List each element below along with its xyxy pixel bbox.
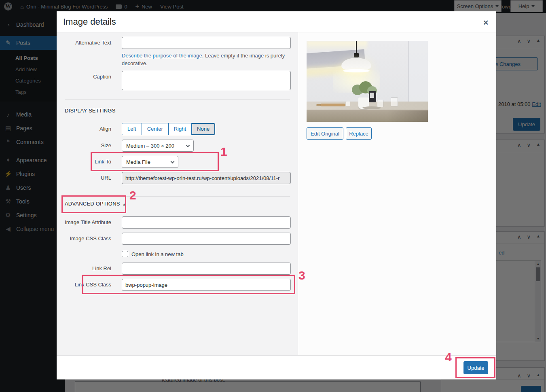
align-button-group: Left Center Right None — [122, 123, 215, 135]
chevron-down-icon — [171, 159, 175, 163]
alt-help-text: Describe the purpose of the image. Leave… — [122, 52, 291, 68]
image-css-class-input[interactable] — [122, 233, 291, 245]
link-to-select[interactable]: Media File — [122, 156, 178, 168]
replace-button[interactable]: Replace — [346, 127, 372, 140]
settings-column: Alternative Text Describe the purpose of… — [57, 32, 298, 355]
display-settings-heading: DISPLAY SETTINGS — [65, 108, 116, 114]
modal-body: Alternative Text Describe the purpose of… — [57, 32, 496, 355]
divider — [65, 99, 290, 100]
link-to-label: Link To — [57, 156, 114, 168]
link-rel-label: Link Rel — [57, 263, 114, 275]
alt-text-label: Alternative Text — [57, 37, 114, 49]
annotation-number-1: 1 — [220, 146, 227, 158]
close-icon[interactable]: ✕ — [480, 17, 491, 28]
image-details-modal: Image details ✕ Alternative Text Describ… — [57, 11, 496, 379]
link-css-class-label: Link CSS Class — [57, 279, 114, 291]
annotation-number-2: 2 — [129, 189, 136, 201]
annotation-number-3: 3 — [298, 269, 305, 282]
size-label: Size — [57, 140, 114, 152]
open-new-tab-checkbox[interactable] — [122, 251, 128, 257]
triangle-up-icon: ▲ — [123, 202, 126, 206]
screen: W ⌂ Orin - Minimal Blog For WordPress 0 … — [0, 0, 546, 392]
link-css-class-input[interactable] — [122, 279, 291, 291]
size-select[interactable]: Medium – 300 × 200 — [122, 140, 194, 152]
caption-textarea[interactable] — [122, 71, 291, 90]
annotation-number-4: 4 — [445, 351, 452, 363]
modal-header: Image details ✕ — [57, 11, 496, 32]
align-none-button[interactable]: None — [191, 123, 215, 135]
update-button[interactable]: Update — [463, 361, 488, 374]
divider — [65, 196, 290, 197]
link-rel-input[interactable] — [122, 263, 291, 275]
caption-label: Caption — [57, 71, 114, 83]
alt-help-link[interactable]: Describe the purpose of the image — [122, 53, 202, 59]
image-preview — [307, 41, 428, 122]
align-right-button[interactable]: Right — [168, 123, 191, 135]
image-title-attr-input[interactable] — [122, 216, 291, 229]
url-label: URL — [57, 172, 114, 184]
preview-column: Edit Original Replace — [298, 32, 496, 355]
open-new-tab-label: Open link in a new tab — [131, 251, 184, 257]
alt-text-input[interactable] — [122, 37, 291, 49]
align-center-button[interactable]: Center — [142, 123, 168, 135]
advanced-options-toggle[interactable]: ADVANCED OPTIONS▲ — [65, 201, 126, 207]
image-css-class-label: Image CSS Class — [57, 233, 114, 245]
align-label: Align — [57, 123, 114, 135]
chevron-down-icon — [186, 143, 190, 147]
edit-original-button[interactable]: Edit Original — [307, 127, 343, 140]
image-title-attr-label: Image Title Attribute — [57, 216, 114, 229]
align-left-button[interactable]: Left — [122, 123, 142, 135]
modal-title: Image details — [63, 17, 116, 27]
modal-footer: Update — [57, 355, 496, 379]
url-input[interactable] — [122, 172, 291, 184]
lamp-cord — [356, 41, 357, 55]
